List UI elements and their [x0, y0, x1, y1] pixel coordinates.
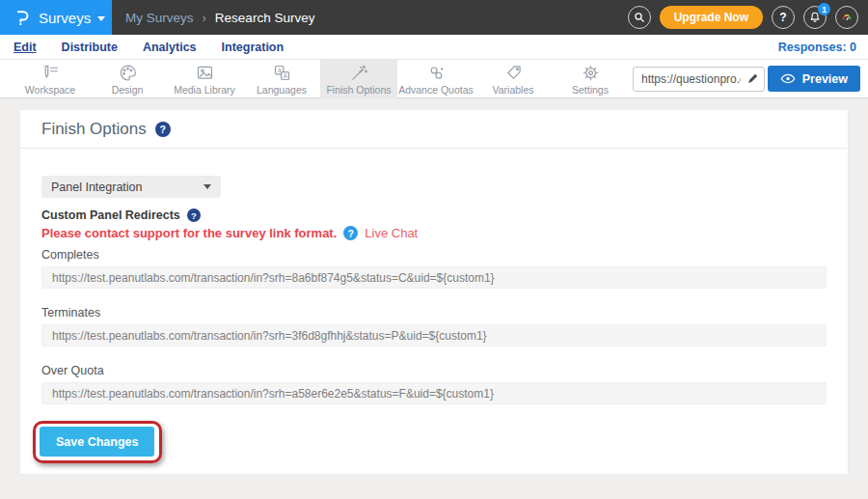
redirect-field-completes: Completes — [41, 248, 827, 289]
upgrade-now-button[interactable]: Upgrade Now — [660, 6, 763, 29]
nav-tab-integration[interactable]: Integration — [222, 41, 285, 54]
tab-media-library[interactable]: Media Library — [166, 60, 243, 98]
tab-languages[interactable]: aA Languages — [243, 60, 320, 98]
topbar-actions: Upgrade Now ? 1 — [628, 6, 868, 29]
responses-count[interactable]: Responses: 0 — [778, 41, 856, 54]
breadcrumb-separator: › — [203, 11, 206, 25]
edit-url-pencil-icon[interactable] — [746, 71, 761, 87]
save-changes-area: Save Changes — [40, 427, 154, 457]
product-name: Surveys — [39, 10, 91, 26]
svg-text:a: a — [277, 66, 281, 72]
tab-label: Advance Quotas — [398, 84, 474, 96]
eye-icon — [780, 73, 796, 84]
tab-workspace[interactable]: Workspace — [12, 60, 89, 98]
product-switcher[interactable]: Surveys — [0, 0, 112, 35]
topbar: Surveys My Surveys › Research Survey Upg… — [0, 0, 868, 35]
tab-label: Finish Options — [326, 84, 391, 96]
panel-header: Finish Options — [20, 110, 848, 148]
finish-options-help-icon[interactable] — [155, 122, 171, 137]
redirect-field-over-quota: Over Quota — [41, 364, 827, 404]
workspace-icon — [41, 63, 61, 83]
completes-url-input[interactable] — [41, 266, 827, 289]
live-chat-icon[interactable] — [343, 226, 358, 240]
image-icon — [195, 63, 215, 83]
nav-tab-analytics[interactable]: Analytics — [143, 41, 197, 54]
support-note-row: Please contact support for the survey li… — [41, 226, 827, 240]
breadcrumb-current-survey: Research Survey — [215, 11, 315, 25]
notifications-bell-icon[interactable]: 1 — [803, 6, 827, 29]
panel-integration-dropdown[interactable]: Panel Integration — [41, 176, 221, 198]
save-changes-button[interactable]: Save Changes — [40, 427, 154, 457]
survey-nav: Edit Distribute Analytics Integration Re… — [0, 35, 868, 60]
live-chat-link[interactable]: Live Chat — [365, 226, 418, 240]
chevron-down-icon — [203, 184, 211, 189]
tab-label: Settings — [572, 84, 609, 96]
nav-tab-distribute[interactable]: Distribute — [62, 41, 118, 54]
tab-label: Media Library — [174, 84, 235, 96]
finish-options-panel: Finish Options Panel Integration Custom … — [19, 109, 849, 475]
edit-toolbar: Workspace Design Media Library aA Langua… — [0, 60, 868, 98]
tab-label: Languages — [257, 84, 307, 96]
search-icon[interactable] — [628, 6, 651, 29]
magic-wand-icon — [349, 63, 369, 83]
redirects-help-icon[interactable] — [187, 208, 201, 222]
svg-text:A: A — [283, 71, 287, 78]
support-note: Please contact support for the survey li… — [41, 226, 337, 240]
tab-label: Workspace — [25, 84, 75, 96]
nav-tab-edit[interactable]: Edit — [14, 41, 37, 54]
dropdown-selected-value: Panel Integration — [51, 180, 143, 194]
chevron-down-icon — [97, 16, 105, 21]
palette-icon — [118, 63, 138, 83]
tab-label: Design — [112, 84, 144, 96]
tab-advance-quotas[interactable]: Advance Quotas — [397, 60, 475, 98]
custom-panel-redirects-heading: Custom Panel Redirects — [41, 208, 827, 222]
completes-label: Completes — [41, 248, 827, 262]
notification-count-badge: 1 — [818, 3, 830, 15]
gear-icon — [581, 63, 601, 83]
translate-icon: aA — [272, 63, 292, 83]
redirect-field-terminates: Terminates — [41, 306, 827, 347]
questionpro-logo-icon — [13, 8, 32, 27]
panel-body: Panel Integration Custom Panel Redirects… — [20, 176, 848, 474]
app-window: Surveys My Surveys › Research Survey Upg… — [0, 0, 868, 499]
page-title: Finish Options — [41, 120, 147, 139]
tab-variables[interactable]: Variables — [475, 60, 552, 98]
preview-button[interactable]: Preview — [768, 66, 860, 92]
preview-label: Preview — [802, 72, 848, 86]
terminates-label: Terminates — [41, 306, 827, 319]
tab-design[interactable]: Design — [89, 60, 166, 98]
divider — [20, 148, 848, 149]
over-quota-url-input[interactable] — [41, 382, 827, 404]
tab-label: Variables — [493, 84, 534, 96]
breadcrumb: My Surveys › Research Survey — [125, 11, 314, 25]
tab-finish-options[interactable]: Finish Options — [320, 60, 397, 98]
tab-settings[interactable]: Settings — [552, 60, 629, 98]
survey-url-box — [633, 67, 765, 92]
terminates-url-input[interactable] — [41, 324, 827, 347]
section-title: Custom Panel Redirects — [41, 208, 180, 222]
over-quota-label: Over Quota — [41, 364, 827, 377]
chain-links-icon — [426, 63, 447, 83]
breadcrumb-my-surveys[interactable]: My Surveys — [125, 11, 194, 25]
help-icon[interactable]: ? — [772, 6, 795, 29]
tag-icon — [503, 63, 524, 83]
account-avatar[interactable] — [835, 6, 858, 29]
